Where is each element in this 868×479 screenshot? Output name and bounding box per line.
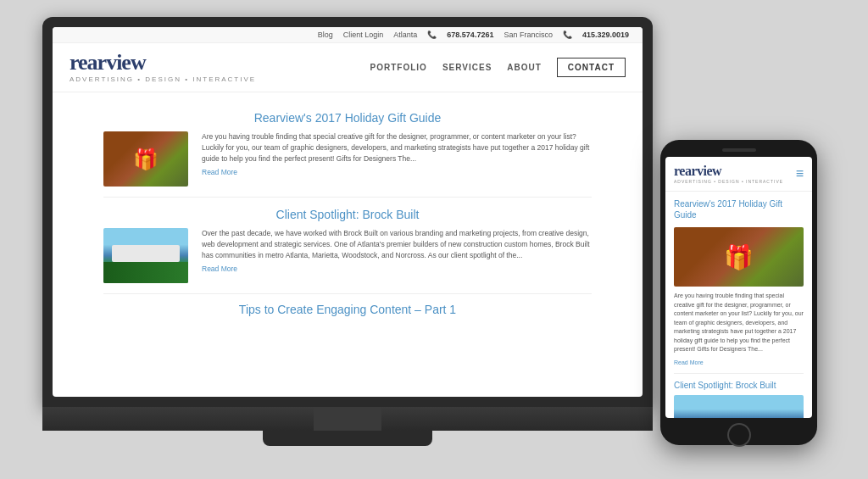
site-content: Rearview's 2017 Holiday Gift Guide Are y…	[53, 92, 643, 325]
mobile-logo[interactable]: rearview	[674, 164, 783, 179]
post-1-thumbnail	[103, 131, 188, 187]
mobile-post-1-excerpt: Are you having trouble finding that spec…	[674, 292, 804, 354]
post-2-body: BROCK BUILT Over the past decade, we hav…	[103, 228, 592, 283]
logo-area: rearview ADVERTISING • DESIGN • INTERACT…	[70, 52, 256, 83]
monitor-border: Blog Client Login Atlanta 📞 678.574.7261…	[42, 17, 653, 407]
scene: Blog Client Login Atlanta 📞 678.574.7261…	[0, 0, 868, 479]
monitor-screen: Blog Client Login Atlanta 📞 678.574.7261…	[53, 27, 643, 397]
blog-post-1: Rearview's 2017 Holiday Gift Guide Are y…	[103, 101, 592, 198]
mobile-content: Rearview's 2017 Holiday Gift Guide Are y…	[665, 192, 812, 418]
brock-thumbnail-image: BROCK BUILT	[103, 228, 188, 283]
nav-portfolio[interactable]: PORTFOLIO	[370, 63, 427, 72]
mobile-logo-area: rearview ADVERTISING • DESIGN • INTERACT…	[674, 164, 783, 184]
mobile-brock-image	[674, 395, 804, 419]
mobile-post-2-title: Client Spotlight: Brock Built	[674, 381, 804, 390]
site-header: rearview ADVERTISING • DESIGN • INTERACT…	[53, 43, 643, 92]
post-1-excerpt-text: Are you having trouble finding that spec…	[202, 132, 589, 163]
gift-thumbnail-image	[103, 131, 188, 187]
phone-home-button[interactable]	[727, 423, 751, 447]
brock-thumb-label: BROCK BUILT	[118, 267, 175, 276]
post-3-title: Tips to Create Engaging Content – Part 1	[103, 303, 592, 316]
post-1-read-more[interactable]: Read More	[202, 167, 592, 178]
mobile-post-1-thumbnail	[674, 227, 804, 287]
mobile-tagline: ADVERTISING • DESIGN • INTERACTIVE	[674, 179, 783, 184]
blog-post-2: Client Spotlight: Brock Built BROCK BUIL…	[103, 198, 592, 294]
post-2-title: Client Spotlight: Brock Built	[276, 208, 420, 221]
post-divider	[674, 373, 804, 374]
monitor-neck	[314, 407, 381, 431]
mobile-post-1-title: Rearview's 2017 Holiday Gift Guide	[674, 198, 804, 220]
desktop-monitor: Blog Client Login Atlanta 📞 678.574.7261…	[42, 17, 653, 458]
monitor-base	[263, 431, 432, 446]
mobile-hamburger-icon[interactable]: ≡	[796, 166, 804, 181]
mobile-phone: rearview ADVERTISING • DESIGN • INTERACT…	[660, 140, 817, 445]
desktop-website: Blog Client Login Atlanta 📞 678.574.7261…	[53, 27, 643, 397]
nav-services[interactable]: SERVICES	[442, 63, 492, 72]
sf-label: San Francisco	[504, 31, 553, 39]
monitor-stand	[42, 407, 653, 431]
blog-link[interactable]: Blog	[318, 31, 333, 39]
post-2-excerpt-area: Over the past decade, we have worked wit…	[202, 228, 592, 275]
mobile-website: rearview ADVERTISING • DESIGN • INTERACT…	[665, 157, 812, 418]
nav-contact[interactable]: CONTACT	[557, 58, 626, 77]
site-topbar: Blog Client Login Atlanta 📞 678.574.7261…	[53, 27, 643, 43]
post-1-body: Are you having trouble finding that spec…	[103, 131, 592, 187]
mobile-gift-image	[674, 227, 804, 287]
mobile-post-1-read-more[interactable]: Read More	[674, 359, 704, 365]
post-1-excerpt-area: Are you having trouble finding that spec…	[202, 131, 592, 178]
site-nav: PORTFOLIO SERVICES ABOUT CONTACT	[370, 58, 626, 77]
sf-phone-icon: 📞	[563, 31, 572, 39]
mobile-header: rearview ADVERTISING • DESIGN • INTERACT…	[665, 157, 812, 192]
site-tagline: ADVERTISING • DESIGN • INTERACTIVE	[70, 75, 256, 83]
phone-speaker	[722, 148, 756, 152]
post-2-thumbnail: BROCK BUILT	[103, 228, 188, 283]
phone-shell: rearview ADVERTISING • DESIGN • INTERACT…	[660, 140, 817, 445]
client-login-link[interactable]: Client Login	[343, 31, 384, 39]
nav-about[interactable]: ABOUT	[507, 63, 542, 72]
post-1-title: Rearview's 2017 Holiday Gift Guide	[254, 111, 442, 125]
phone-screen: rearview ADVERTISING • DESIGN • INTERACT…	[665, 157, 812, 418]
post-2-read-more[interactable]: Read More	[202, 264, 592, 275]
sf-phone: 415.329.0019	[582, 31, 629, 39]
site-logo[interactable]: rearview	[70, 52, 256, 74]
atlanta-phone-icon: 📞	[427, 31, 437, 39]
post-2-excerpt-text: Over the past decade, we have worked wit…	[202, 229, 590, 259]
atlanta-phone: 678.574.7261	[447, 31, 493, 39]
atlanta-label: Atlanta	[393, 31, 417, 39]
